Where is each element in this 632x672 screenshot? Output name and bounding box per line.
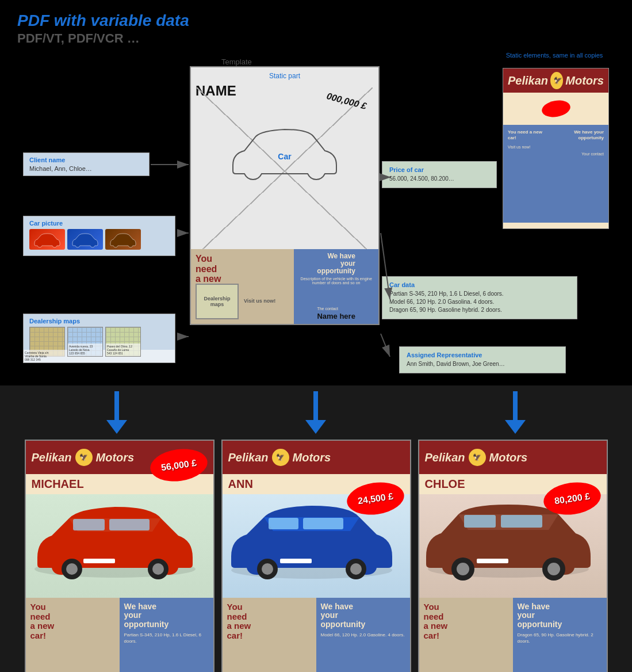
price-value: 56.000, 24.500, 80.200… xyxy=(389,175,489,183)
static-part-label: Static part xyxy=(196,72,374,80)
rep-value: Ann Smith, David Brown, Joe Green… xyxy=(407,360,558,368)
svg-rect-32 xyxy=(477,559,508,563)
svg-point-31 xyxy=(547,563,560,575)
svg-point-13 xyxy=(66,563,78,575)
dealership-maps-box: Dealership maps Carretera Vieja s/nVilla… xyxy=(23,314,175,363)
card-motors-chloe: Motors xyxy=(489,451,528,464)
svg-line-8 xyxy=(381,334,390,357)
promo-card-ann: Pelikan 🦅 Motors ANN 24,500 £ xyxy=(221,440,411,672)
template-label: Template xyxy=(221,56,252,67)
card-we-have-michael: We haveyouropportunity xyxy=(124,602,209,629)
car-icon-blue xyxy=(70,231,101,248)
card-brand-michael: Pelikan xyxy=(32,451,72,464)
contact-section: The contact Name here xyxy=(317,307,355,320)
card-header-chloe: Pelikan 🦅 Motors xyxy=(419,441,607,474)
preview-motors: Motors xyxy=(565,74,604,87)
car-icon-brown xyxy=(108,231,139,248)
card-bottom-right-ann: We haveyouropportunity Model 66, 120 Hp.… xyxy=(316,598,410,672)
car-thumb-brown xyxy=(105,229,141,250)
car-thumb-blue xyxy=(67,229,103,250)
card-you-need-ann: Youneeda newcar! xyxy=(227,602,312,640)
card-bottom-right-chloe: We haveyouropportunity Dragon 65, 90 Hp.… xyxy=(513,598,607,672)
cards-row: Pelikan 🦅 Motors MICHAEL 56,000 £ xyxy=(6,440,626,672)
preview-red-oval xyxy=(540,98,571,119)
card-bottom-michael: Youneeda newcar! Visit us now! Whinsy Ro… xyxy=(26,598,213,672)
card-car-desc-ann: Model 66, 120 Hp. 2.0 Gasoline. 4 doors. xyxy=(321,632,405,638)
main-title: PDF with variable data xyxy=(17,12,615,30)
map-placeholder-in-template: Dealership maps xyxy=(196,284,239,319)
arrows-down-row xyxy=(6,385,626,440)
card-we-have-chloe: We haveyouropportunity xyxy=(518,602,602,629)
svg-rect-18 xyxy=(269,518,298,529)
arrow-down-2 xyxy=(305,391,326,434)
car-data-box: Car data Partian S-345, 210 Hp, 1.6 L Di… xyxy=(382,276,577,319)
map-thumbs-row: Carretera Vieja s/nVillarba de Sonia098 … xyxy=(29,327,169,357)
car-icon-red xyxy=(32,231,63,248)
visit-us-in-template: Visit us now! xyxy=(244,298,275,304)
preview-you-need: You need a new car! Visit us now! xyxy=(508,129,549,218)
price-box: Price of car 56.000, 24.500, 80.200… xyxy=(382,161,497,188)
svg-rect-27 xyxy=(501,515,542,528)
arrow-head-2 xyxy=(305,420,326,434)
card-header-ann: Pelikan 🦅 Motors xyxy=(223,441,410,474)
car-thumb-red xyxy=(29,229,65,250)
card-car-section-michael xyxy=(26,494,213,598)
card-brand-ann: Pelikan xyxy=(228,451,269,464)
svg-rect-26 xyxy=(464,515,496,528)
card-bottom-left-chloe: Youneeda newcar! Visit us now! Elm Stree… xyxy=(419,598,513,672)
card-motors-michael: Motors xyxy=(96,451,135,464)
promo-card-chloe: Pelikan 🦅 Motors CHLOE 80,200 £ xyxy=(418,440,608,672)
card-we-have-ann: We haveyouropportunity xyxy=(321,602,405,629)
card-name-ann: ANN 24,500 £ xyxy=(223,474,410,494)
arrow-shaft-1 xyxy=(114,391,119,420)
arrow-down-3 xyxy=(505,391,526,434)
svg-point-15 xyxy=(152,563,164,575)
card-name-michael: MICHAEL 56,000 £ xyxy=(26,474,213,494)
rep-label: Assigned Representative xyxy=(407,352,558,358)
car-outline: Car xyxy=(202,102,367,200)
car-picture-box: Car picture xyxy=(23,216,175,256)
rep-box: Assigned Representative Ann Smith, David… xyxy=(399,346,566,373)
svg-rect-10 xyxy=(73,519,105,530)
card-motors-ann: Motors xyxy=(293,451,331,464)
car-svg-michael xyxy=(26,494,204,592)
card-bottom-left-michael: Youneeda newcar! Visit us now! Whinsy Ro… xyxy=(26,598,120,672)
preview-tan-area xyxy=(503,93,608,125)
arrow-shaft-3 xyxy=(513,391,518,420)
top-section: PDF with variable data PDF/VT, PDF/VCR …… xyxy=(0,0,632,380)
svg-point-21 xyxy=(262,563,273,575)
price-label: Price of car xyxy=(389,166,489,173)
diagram-area: Template Static part NAME 000,000 £ Car … xyxy=(17,52,615,374)
arrow-head-1 xyxy=(106,420,127,434)
contact-label: The contact xyxy=(317,307,355,311)
card-you-need-chloe: Youneeda newcar! xyxy=(424,602,508,640)
template-bottom: Youneeda newcar! Dealership maps Visit u… xyxy=(191,249,378,324)
arrow-shaft-2 xyxy=(313,391,318,420)
static-elements-label: Static elements, same in all copies xyxy=(500,52,609,59)
template-bottom-right: We haveyouropportunity Description of th… xyxy=(294,249,378,324)
car-outline-svg: Car xyxy=(221,113,348,188)
car-picture-label: Car picture xyxy=(29,220,169,227)
card-car-desc-michael: Partian S-345, 210 Hp, 1.6 L Diesel, 6 d… xyxy=(124,632,209,644)
arrow-head-3 xyxy=(505,420,526,434)
client-name-value: Michael, Ann, Chloe… xyxy=(29,165,143,172)
preview-blue-area: You need a new car! Visit us now! We hav… xyxy=(503,125,608,223)
preview-header: Pelikan 🦅 Motors xyxy=(503,68,608,93)
sub-title: PDF/VT, PDF/VCR … xyxy=(17,31,615,46)
arrow-down-1 xyxy=(106,391,127,434)
card-brand-chloe: Pelikan xyxy=(425,451,465,464)
card-you-need-michael: Youneeda newcar! xyxy=(30,602,115,640)
we-have-text: We haveyouropportunity xyxy=(317,253,355,276)
bottom-section: Pelikan 🦅 Motors MICHAEL 56,000 £ xyxy=(0,385,632,672)
client-name-box: Client name Michael, Ann, Chloe… xyxy=(23,152,150,176)
card-logo-chloe: 🦅 xyxy=(469,449,486,466)
map-thumb-1: Carretera Vieja s/nVillarba de Sonia098 … xyxy=(29,327,65,357)
svg-rect-19 xyxy=(303,518,343,529)
static-preview-card: Pelikan 🦅 Motors You need a new car! Vis… xyxy=(503,68,609,229)
preview-brand: Pelikan xyxy=(508,74,548,87)
svg-rect-11 xyxy=(109,519,150,530)
svg-rect-16 xyxy=(83,559,115,563)
car-data-label: Car data xyxy=(389,281,570,288)
preview-logo: 🦅 xyxy=(550,72,563,89)
card-bottom-right-michael: We haveyouropportunity Partian S-345, 21… xyxy=(120,598,213,672)
